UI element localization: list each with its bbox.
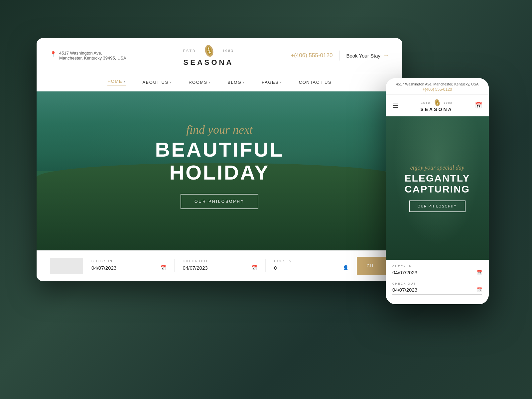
checkin-field: CHECK IN 04/07/2023 📅 [83, 259, 175, 272]
mobile-logo-year-text: 1983 [444, 101, 453, 104]
checkout-value: 04/07/2023 [183, 265, 208, 271]
vertical-divider [339, 51, 339, 61]
hero-script-text: find your next [186, 123, 253, 137]
nav-item-about[interactable]: ABOUT US ▾ [142, 80, 172, 85]
mobile-address: 4517 Washington Ave. Manchester, Kentuck… [392, 82, 482, 86]
logo-name: SEASONA [184, 58, 234, 67]
calendar-icon: 📅 [251, 265, 257, 271]
nav-item-blog[interactable]: BLOG ▾ [227, 80, 245, 85]
mobile-mockup: 4517 Washington Ave. Manchester, Kentuck… [386, 78, 489, 304]
checkout-label: CHECK OUT [183, 259, 257, 263]
hero-content: find your next BEAUTIFUL HOLIDAY OUR PHI… [37, 91, 402, 250]
mobile-phone[interactable]: +(406) 555-0120 [392, 87, 482, 92]
location-icon: 📍 [50, 51, 57, 57]
mobile-philosophy-button[interactable]: OUR PHILOSOPHY [409, 200, 466, 212]
mobile-hero-title: ELEGANTLY CAPTURING [405, 173, 470, 195]
logo-year-text: 1983 [222, 49, 234, 53]
phone-number[interactable]: +(406) 555-0120 [291, 52, 332, 59]
chevron-icon: ▾ [124, 79, 126, 83]
person-icon: 👤 [343, 265, 348, 271]
guests-value-row[interactable]: 0 👤 [274, 265, 348, 272]
mobile-hero: enjoy your special day ELEGANTLY CAPTURI… [386, 116, 489, 260]
checkin-label: CHECK IN [91, 259, 166, 263]
desktop-navbar: HOME ▾ ABOUT US ▾ ROOMS ▾ BLOG ▾ PAGES ▾… [37, 73, 402, 91]
desktop-mockup: 📍 4517 Washington Ave. Manchester, Kentu… [37, 38, 402, 281]
calendar-icon: 📅 [160, 265, 166, 271]
mobile-checkin-field: CHECK IN 04/07/2023 📅 [392, 265, 482, 277]
booking-tab-indicator [50, 258, 83, 274]
mobile-booking: CHECK IN 04/07/2023 📅 CHECK OUT 04/07/20… [386, 260, 489, 304]
nav-item-contact[interactable]: CONTACT US [299, 80, 332, 85]
arrow-icon: → [383, 52, 389, 59]
mobile-calendar-icon-checkin: 📅 [477, 270, 482, 275]
mobile-topbar: 4517 Washington Ave. Manchester, Kentuck… [386, 78, 489, 95]
nav-item-home[interactable]: HOME ▾ [107, 79, 126, 85]
mobile-logo: ESTD 1983 SEASONA [420, 99, 453, 112]
mobile-checkin-label: CHECK IN [392, 265, 482, 268]
nav-item-pages[interactable]: PAGES ▾ [262, 80, 282, 85]
chevron-icon: ▾ [209, 80, 211, 84]
logo-estd-text: ESTD [183, 49, 196, 53]
desktop-hero: find your next BEAUTIFUL HOLIDAY OUR PHI… [37, 91, 402, 250]
mobile-checkout-label: CHECK OUT [392, 282, 482, 285]
chevron-icon: ▾ [170, 80, 172, 84]
nav-item-rooms[interactable]: ROOMS ▾ [189, 80, 211, 85]
chevron-icon: ▾ [280, 80, 282, 84]
book-stay-button[interactable]: Book Your Stay → [346, 52, 389, 59]
checkin-value: 04/07/2023 [91, 265, 116, 271]
mobile-calendar-icon[interactable]: 📅 [475, 102, 482, 109]
mobile-hero-content: enjoy your special day ELEGANTLY CAPTURI… [386, 116, 489, 260]
guests-field: GUESTS 0 👤 [266, 259, 357, 272]
logo-leaf-icon [202, 44, 216, 58]
desktop-topbar: 📍 4517 Washington Ave. Manchester, Kentu… [37, 38, 402, 73]
guests-value: 0 [274, 265, 277, 271]
booking-bar: CHECK IN 04/07/2023 📅 CHECK OUT 04/07/20… [37, 250, 402, 281]
address-line2: Manchester, Kentucky 39495, USA [59, 56, 126, 61]
address-line1: 4517 Washington Ave. [59, 51, 126, 56]
mobile-checkout-field: CHECK OUT 04/07/2023 📅 [392, 282, 482, 295]
chevron-icon: ▾ [243, 80, 245, 84]
mobile-hero-title-line2: CAPTURING [405, 184, 470, 195]
mobile-hero-script: enjoy your special day [410, 164, 464, 171]
mobile-calendar-icon-checkout: 📅 [477, 287, 482, 293]
mobile-logo-leaf-icon [433, 99, 441, 107]
hero-title-line2: HOLIDAY [155, 161, 284, 184]
scene-container: 📍 4517 Washington Ave. Manchester, Kentu… [17, 25, 515, 374]
hamburger-icon[interactable]: ☰ [392, 101, 398, 109]
book-now-button[interactable]: CH... [357, 257, 389, 275]
mobile-checkin-value-row[interactable]: 04/07/2023 📅 [392, 270, 482, 277]
topbar-right: +(406) 555-0120 Book Your Stay → [291, 51, 389, 61]
hero-title-line1: BEAUTIFUL [155, 138, 284, 161]
mobile-checkout-value: 04/07/2023 [392, 287, 417, 293]
logo-estd-row: ESTD 1983 [183, 44, 234, 58]
philosophy-button[interactable]: OUR PHILOSOPHY [181, 194, 258, 209]
guests-label: GUESTS [274, 259, 348, 263]
mobile-navbar: ☰ ESTD 1983 SEASONA 📅 [386, 95, 489, 116]
mobile-logo-estd-row: ESTD 1983 [421, 99, 452, 107]
checkout-field: CHECK OUT 04/07/2023 📅 [175, 259, 266, 272]
mobile-hero-title-line1: ELEGANTLY [405, 173, 470, 184]
checkin-value-row[interactable]: 04/07/2023 📅 [91, 265, 166, 272]
mobile-logo-estd-text: ESTD [421, 101, 430, 104]
desktop-logo: ESTD 1983 SEASONA [183, 44, 234, 67]
address-block: 📍 4517 Washington Ave. Manchester, Kentu… [50, 51, 126, 61]
mobile-logo-name: SEASONA [420, 107, 453, 112]
hero-title: BEAUTIFUL HOLIDAY [155, 138, 284, 184]
checkout-value-row[interactable]: 04/07/2023 📅 [183, 265, 257, 272]
mobile-checkout-value-row[interactable]: 04/07/2023 📅 [392, 287, 482, 295]
mobile-checkin-value: 04/07/2023 [392, 270, 417, 275]
